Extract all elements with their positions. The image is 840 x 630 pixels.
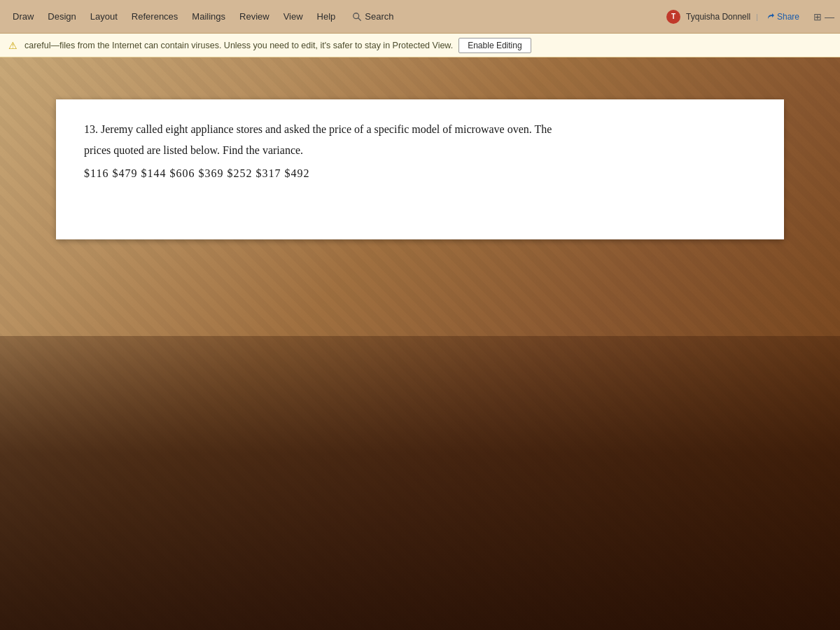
- question-line1: 13. Jeremy called eight appliance stores…: [84, 120, 756, 139]
- menu-bar: Draw Design Layout References Mailings R…: [0, 0, 840, 34]
- window-controls: ⊞ —: [813, 11, 834, 22]
- menu-item-review[interactable]: Review: [232, 7, 276, 26]
- question-line2: prices quoted are listed below. Find the…: [84, 141, 756, 160]
- share-button[interactable]: Share: [764, 10, 802, 23]
- question-body-line1: Jeremy called eight appliance stores and…: [101, 123, 552, 135]
- menu-item-layout[interactable]: Layout: [83, 7, 125, 26]
- menu-item-design[interactable]: Design: [41, 7, 83, 26]
- menu-item-view[interactable]: View: [276, 7, 310, 26]
- menu-item-references[interactable]: References: [125, 7, 185, 26]
- search-box[interactable]: Search: [345, 8, 400, 24]
- prices-line: $116 $479 $144 $606 $369 $252 $317 $492: [84, 164, 756, 183]
- protected-view-message: careful—files from the Internet can cont…: [24, 41, 453, 50]
- window-icon: ⊞: [813, 11, 822, 22]
- separator: |: [756, 13, 758, 21]
- svg-line-1: [358, 18, 361, 20]
- window-icon2: —: [825, 11, 834, 22]
- search-label: Search: [365, 11, 393, 22]
- document-area: 13. Jeremy called eight appliance stores…: [0, 57, 840, 630]
- user-avatar: T: [666, 10, 680, 24]
- warning-icon: ⚠: [8, 40, 18, 51]
- page-content: 13. Jeremy called eight appliance stores…: [56, 99, 784, 239]
- question-paragraph: 13. Jeremy called eight appliance stores…: [84, 120, 756, 183]
- dark-overlay: [0, 336, 840, 630]
- share-icon: [766, 13, 775, 21]
- menu-item-draw[interactable]: Draw: [6, 7, 41, 26]
- menu-item-help[interactable]: Help: [310, 7, 343, 26]
- question-number: 13.: [84, 123, 98, 135]
- enable-editing-button[interactable]: Enable Editing: [458, 38, 531, 53]
- search-icon: [352, 12, 362, 22]
- protected-view-bar: ⚠ careful—files from the Internet can co…: [0, 34, 840, 57]
- menu-item-mailings[interactable]: Mailings: [185, 7, 232, 26]
- user-area: T Tyquisha Donnell | Share ⊞ —: [666, 10, 834, 24]
- user-name: Tyquisha Donnell: [686, 12, 750, 22]
